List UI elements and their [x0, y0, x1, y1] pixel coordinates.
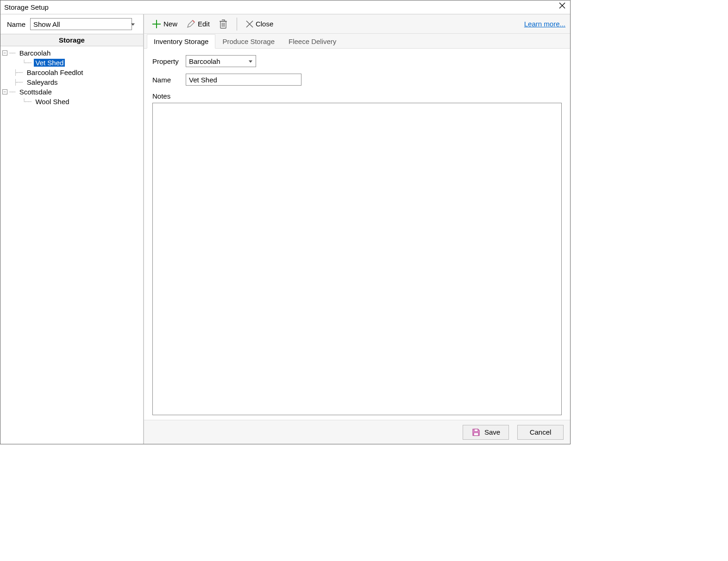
tabs: Inventory Storage Produce Storage Fleece… — [144, 34, 570, 49]
left-pane: Name Storage − ── Barcoolah └── Vet Shed — [0, 14, 144, 444]
tree-node-barcoolah-feedlot[interactable]: ├── Barcoolah Feedlot — [2, 68, 141, 77]
tree-label: Wool Shed — [34, 98, 70, 106]
delete-button[interactable] — [215, 17, 231, 31]
toolbar: New Edit — [144, 14, 570, 34]
tree-label: Barcoolah Feedlot — [25, 69, 85, 76]
collapse-icon[interactable]: − — [2, 50, 7, 56]
tab-fleece-delivery[interactable]: Fleece Delivery — [282, 34, 343, 49]
form-area: Property Name Notes — [144, 49, 570, 420]
storage-tree[interactable]: − ── Barcoolah └── Vet Shed ├── Barcoola… — [0, 46, 143, 444]
filter-label: Name — [7, 20, 25, 28]
filter-row: Name — [0, 14, 143, 34]
new-label: New — [163, 20, 177, 28]
close-icon[interactable] — [559, 2, 565, 9]
filter-select[interactable] — [30, 18, 132, 30]
close-button[interactable]: Close — [243, 18, 276, 30]
close-label: Close — [256, 20, 273, 28]
toolbar-separator — [237, 18, 237, 31]
trash-icon — [218, 19, 228, 30]
tree-label-selected: Vet Shed — [34, 59, 65, 67]
tab-inventory-storage[interactable]: Inventory Storage — [147, 34, 215, 49]
edit-label: Edit — [198, 20, 210, 28]
plus-icon — [151, 19, 162, 29]
tree-node-vet-shed[interactable]: └── Vet Shed — [2, 58, 141, 68]
notes-textarea[interactable] — [152, 103, 562, 415]
pencil-icon — [186, 19, 196, 29]
window-title: Storage Setup — [4, 3, 49, 11]
tree-node-saleyards[interactable]: ├── Saleyards — [2, 77, 141, 87]
edit-button[interactable]: Edit — [183, 17, 213, 31]
svg-rect-1 — [474, 429, 478, 431]
new-button[interactable]: New — [149, 17, 180, 31]
property-select[interactable] — [186, 55, 256, 67]
tree-node-barcoolah[interactable]: − ── Barcoolah — [2, 48, 141, 58]
property-label: Property — [152, 57, 186, 65]
tab-produce-storage[interactable]: Produce Storage — [215, 34, 282, 49]
tree-node-scottsdale[interactable]: − ── Scottsdale — [2, 87, 141, 97]
name-label: Name — [152, 76, 186, 84]
cancel-button[interactable]: Cancel — [517, 425, 564, 440]
name-input[interactable] — [186, 74, 301, 86]
save-button[interactable]: Save — [463, 425, 509, 440]
tree-label: Barcoolah — [18, 49, 52, 57]
save-label: Save — [484, 428, 500, 436]
titlebar: Storage Setup — [0, 0, 570, 14]
tree-header: Storage — [0, 34, 143, 46]
x-icon — [245, 20, 254, 28]
svg-rect-2 — [474, 433, 478, 436]
storage-setup-window: Storage Setup Name Storage − ── Barcoola… — [0, 0, 571, 444]
save-icon — [471, 428, 481, 437]
body: Name Storage − ── Barcoolah └── Vet Shed — [0, 14, 570, 444]
tree-label: Scottsdale — [18, 88, 53, 96]
right-pane: New Edit — [144, 14, 570, 444]
collapse-icon[interactable]: − — [2, 89, 7, 94]
learn-more-link[interactable]: Learn more... — [524, 20, 565, 28]
footer: Save Cancel — [144, 420, 570, 444]
tree-label: Saleyards — [25, 78, 59, 86]
cancel-label: Cancel — [530, 428, 552, 436]
notes-label: Notes — [152, 92, 562, 100]
tree-node-wool-shed[interactable]: └── Wool Shed — [2, 97, 141, 106]
